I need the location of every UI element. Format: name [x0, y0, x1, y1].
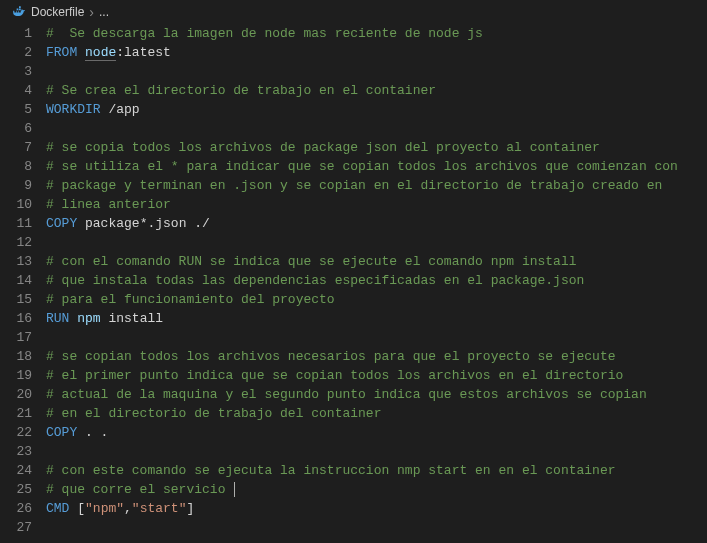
code-token: COPY	[46, 425, 77, 440]
line-number: 16	[0, 309, 32, 328]
code-token: # en el directorio de trabajo del contai…	[46, 406, 381, 421]
code-line[interactable]: CMD ["npm","start"]	[46, 499, 707, 518]
code-editor[interactable]: 1234567891011121314151617181920212223242…	[0, 24, 707, 537]
code-line[interactable]: COPY . .	[46, 423, 707, 442]
line-number: 23	[0, 442, 32, 461]
line-number: 24	[0, 461, 32, 480]
code-token: CMD	[46, 501, 69, 516]
text-cursor	[234, 482, 235, 497]
code-line[interactable]: # con el comando RUN se indica que se ej…	[46, 252, 707, 271]
code-token: npm	[69, 311, 100, 326]
code-token: # para el funcionamiento del proyecto	[46, 292, 335, 307]
code-line[interactable]: # package y terminan en .json y se copia…	[46, 176, 707, 195]
line-number: 4	[0, 81, 32, 100]
line-number: 2	[0, 43, 32, 62]
line-number: 19	[0, 366, 32, 385]
code-token: # se copian todos los archivos necesario…	[46, 349, 616, 364]
code-line[interactable]: # el primer punto indica que se copian t…	[46, 366, 707, 385]
line-number: 25	[0, 480, 32, 499]
code-line[interactable]: WORKDIR /app	[46, 100, 707, 119]
line-number: 18	[0, 347, 32, 366]
line-number: 1	[0, 24, 32, 43]
code-token: package*.json ./	[77, 216, 210, 231]
code-line[interactable]: # actual de la maquina y el segundo punt…	[46, 385, 707, 404]
line-number: 22	[0, 423, 32, 442]
line-number: 3	[0, 62, 32, 81]
code-token: # con este comando se ejecuta la instruc…	[46, 463, 616, 478]
code-token: /app	[101, 102, 140, 117]
code-line[interactable]: # se utiliza el * para indicar que se co…	[46, 157, 707, 176]
code-line[interactable]: RUN npm install	[46, 309, 707, 328]
code-line[interactable]: # para el funcionamiento del proyecto	[46, 290, 707, 309]
code-token: # Se crea el directorio de trabajo en el…	[46, 83, 436, 98]
code-content[interactable]: # Se descarga la imagen de node mas reci…	[46, 24, 707, 537]
code-line[interactable]	[46, 328, 707, 347]
code-token: . .	[77, 425, 108, 440]
code-token: "start"	[132, 501, 187, 516]
code-line[interactable]: # linea anterior	[46, 195, 707, 214]
code-token: COPY	[46, 216, 77, 231]
code-token: # actual de la maquina y el segundo punt…	[46, 387, 647, 402]
code-line[interactable]: # que corre el servicio	[46, 480, 707, 499]
line-number: 7	[0, 138, 32, 157]
line-number: 26	[0, 499, 32, 518]
line-number: 6	[0, 119, 32, 138]
chevron-right-icon: ›	[89, 4, 94, 20]
code-line[interactable]: # Se crea el directorio de trabajo en el…	[46, 81, 707, 100]
code-token: # que instala todas las dependencias esp…	[46, 273, 584, 288]
line-number: 20	[0, 385, 32, 404]
code-token: ]	[186, 501, 194, 516]
code-token: node	[85, 45, 116, 61]
code-token: # linea anterior	[46, 197, 171, 212]
code-token: install	[101, 311, 163, 326]
code-token: FROM	[46, 45, 77, 60]
line-number: 14	[0, 271, 32, 290]
code-token: # Se descarga la imagen de node mas reci…	[46, 26, 483, 41]
code-token: # se utiliza el * para indicar que se co…	[46, 159, 678, 174]
line-number: 21	[0, 404, 32, 423]
code-token: # que corre el servicio	[46, 482, 233, 497]
line-number: 11	[0, 214, 32, 233]
code-token: ,	[124, 501, 132, 516]
code-line[interactable]: # que instala todas las dependencias esp…	[46, 271, 707, 290]
code-line[interactable]	[46, 442, 707, 461]
code-line[interactable]: # en el directorio de trabajo del contai…	[46, 404, 707, 423]
code-line[interactable]: # se copia todos los archivos de package…	[46, 138, 707, 157]
code-line[interactable]: # se copian todos los archivos necesario…	[46, 347, 707, 366]
code-line[interactable]: # Se descarga la imagen de node mas reci…	[46, 24, 707, 43]
code-token: # el primer punto indica que se copian t…	[46, 368, 623, 383]
code-token: "npm"	[85, 501, 124, 516]
line-number: 13	[0, 252, 32, 271]
line-number: 8	[0, 157, 32, 176]
code-token: # package y terminan en .json y se copia…	[46, 178, 662, 193]
breadcrumb-file[interactable]: Dockerfile	[31, 5, 84, 19]
docker-icon	[12, 5, 26, 19]
code-line[interactable]	[46, 119, 707, 138]
code-line[interactable]	[46, 62, 707, 81]
code-line[interactable]	[46, 233, 707, 252]
breadcrumb-more[interactable]: ...	[99, 5, 109, 19]
line-number-gutter: 1234567891011121314151617181920212223242…	[0, 24, 46, 537]
code-token	[77, 45, 85, 60]
line-number: 5	[0, 100, 32, 119]
code-line[interactable]	[46, 518, 707, 537]
breadcrumb[interactable]: Dockerfile › ...	[0, 0, 707, 24]
line-number: 9	[0, 176, 32, 195]
line-number: 10	[0, 195, 32, 214]
code-token: :latest	[116, 45, 171, 60]
code-token: WORKDIR	[46, 102, 101, 117]
code-line[interactable]: COPY package*.json ./	[46, 214, 707, 233]
line-number: 17	[0, 328, 32, 347]
code-line[interactable]: # con este comando se ejecuta la instruc…	[46, 461, 707, 480]
code-token: [	[77, 501, 85, 516]
line-number: 12	[0, 233, 32, 252]
code-token: # se copia todos los archivos de package…	[46, 140, 600, 155]
line-number: 27	[0, 518, 32, 537]
code-token: # con el comando RUN se indica que se ej…	[46, 254, 577, 269]
code-line[interactable]: FROM node:latest	[46, 43, 707, 62]
line-number: 15	[0, 290, 32, 309]
code-token: RUN	[46, 311, 69, 326]
